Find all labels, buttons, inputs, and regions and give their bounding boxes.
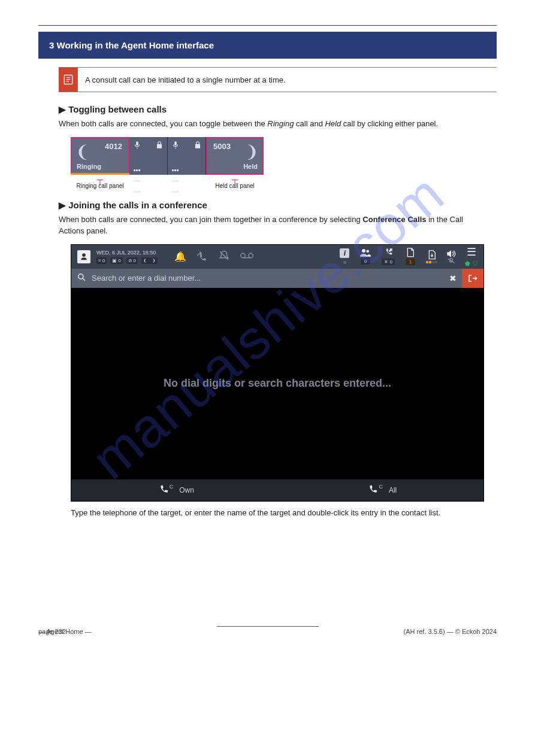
ringing-call-panel[interactable]: ❨ 4012 Ringing <box>71 137 129 175</box>
counter-calls: ❨ ❩ <box>141 257 158 264</box>
contacts-tile[interactable]: 0 <box>358 247 373 266</box>
calls-tile[interactable]: ✕ 0 <box>380 247 397 266</box>
handset-icon: ❨ <box>75 142 89 162</box>
heart-icon: ♡ <box>472 260 478 268</box>
shield-ok-icon: ⬟ <box>465 260 470 267</box>
exit-button[interactable] <box>462 269 483 288</box>
call-panel-strip: ❨ 4012 Ringing 5003 ❨ Held <box>71 137 497 175</box>
document-arrow-icon <box>428 250 436 260</box>
status-dots <box>426 261 437 263</box>
panel-label-row: ┬ Ringing call panel ┬ Held call panel <box>71 177 497 189</box>
empty-state: No dial digits or search characters ente… <box>71 288 483 479</box>
app-screenshot: WED, 6 JUL 2022, 16:50 ≡ 0 ▣ 0 ⊘ 0 ❨ ❩ 🔔 <box>71 244 484 502</box>
pointer-icon: ┬ <box>206 177 264 183</box>
held-number: 5003 <box>213 142 231 151</box>
call-own-label: Own <box>179 486 194 494</box>
body-toggle: When both calls are connected, you can t… <box>59 119 485 130</box>
volume-tile[interactable] <box>446 250 456 264</box>
mic-icon[interactable] <box>171 141 180 149</box>
body-conference: When both calls are connected, you can j… <box>59 214 485 237</box>
toggle-text-2: call and <box>296 119 325 128</box>
note-callout: A consult call can be initiated to a sin… <box>59 67 497 92</box>
conf-text-1: When both calls are connected, you can j… <box>59 215 362 224</box>
avatar[interactable] <box>77 250 90 263</box>
contacts-icon <box>360 248 371 257</box>
footer-page: page 232 <box>38 628 66 635</box>
lock-icon[interactable] <box>194 141 202 149</box>
svg-point-5 <box>240 253 244 257</box>
status-counters: ≡ 0 ▣ 0 ⊘ 0 ❨ ❩ <box>96 257 158 264</box>
ringing-status: Ringing <box>77 163 123 170</box>
note-document-icon <box>62 74 74 86</box>
clear-icon[interactable]: ✖ <box>444 274 462 283</box>
note-icon-cell <box>59 68 78 92</box>
mic-off-small-icon <box>447 258 455 264</box>
section-banner: 3 Working in the Agent Home interface <box>38 32 497 59</box>
pointer-icon: ┬ <box>71 177 129 183</box>
heading-conference: ▶ Joining the calls in a conference <box>59 200 497 211</box>
held-call-panel[interactable]: 5003 ❨ Held <box>206 137 264 175</box>
counter-b: ▣ 0 <box>110 257 122 264</box>
user-icon <box>80 253 88 261</box>
bell-off-icon[interactable] <box>219 250 229 263</box>
call-all-label: All <box>389 486 397 494</box>
app-topbar: WED, 6 JUL 2022, 16:50 ≡ 0 ▣ 0 ⊘ 0 ❨ ❩ 🔔 <box>71 245 483 269</box>
ringing-number: 4012 <box>105 142 122 151</box>
svg-point-6 <box>249 253 253 257</box>
svg-line-13 <box>83 278 85 281</box>
counter-a: ≡ 0 <box>96 257 107 264</box>
label-held: ┬ Held call panel <box>206 177 264 189</box>
toggle-text-1: When both calls are connected, you can t… <box>59 119 267 128</box>
file-badge: 1 <box>406 259 415 265</box>
contacts-badge: 0 <box>361 258 370 265</box>
term-ringing: Ringing <box>267 119 294 128</box>
transfer-icon[interactable] <box>197 250 208 263</box>
svg-point-8 <box>362 249 365 253</box>
toggle-text-3: call by clicking either panel. <box>343 119 438 128</box>
page-footer: page 232 — Agent Home — (AH ref. 3.5.6) … <box>38 626 497 635</box>
bottom-bar: C Own C All <box>71 479 483 501</box>
panel-controls-2 <box>168 137 206 175</box>
footer-copyright: (AH ref. 3.5.6) — © Eckoh 2024 <box>404 628 497 635</box>
lock-icon[interactable] <box>155 141 164 149</box>
search-bar: ✖ <box>71 269 483 288</box>
info-tile[interactable]: i ≡ <box>338 247 351 266</box>
phone-c-icon <box>367 485 377 495</box>
handset-icon: ❨ <box>245 142 259 162</box>
instruction-text: Type the telephone of the target, or ent… <box>71 508 485 519</box>
label-ringing: ┬ Ringing call panel <box>71 177 129 189</box>
top-rule <box>38 25 497 26</box>
health-icons: ⬟ ♡ <box>465 260 478 268</box>
empty-message: No dial digits or search characters ente… <box>164 377 391 390</box>
conf-link-text: Conference Calls <box>362 215 426 224</box>
call-own-button[interactable]: C Own <box>158 485 194 495</box>
keypad-icon[interactable] <box>133 163 141 171</box>
datetime-text: WED, 6 JUL 2022, 16:50 <box>96 250 158 256</box>
phone-outgoing-icon <box>383 248 393 257</box>
heading-toggle: ▶ Toggling between calls <box>59 104 497 115</box>
document-icon <box>406 248 415 257</box>
svg-point-9 <box>367 250 370 253</box>
voicemail-icon[interactable] <box>240 251 253 262</box>
term-held: Held <box>325 119 341 128</box>
file-tile[interactable]: 1 <box>404 247 417 266</box>
phone-c-icon <box>158 485 168 495</box>
mic-icon[interactable] <box>133 141 141 149</box>
info-sub-icon: ≡ <box>343 259 346 265</box>
bell-icon[interactable]: 🔔 <box>174 251 186 262</box>
file2-tile[interactable] <box>424 249 439 265</box>
note-text: A consult call can be initiated to a sin… <box>78 69 293 90</box>
search-icon[interactable] <box>71 273 92 283</box>
calls-badge: ✕ 0 <box>382 259 395 265</box>
info-icon: i <box>340 248 349 258</box>
call-all-button[interactable]: C All <box>367 485 397 495</box>
panel-controls-1 <box>129 137 168 175</box>
held-status: Held <box>212 163 258 170</box>
counter-c: ⊘ 0 <box>126 257 138 264</box>
keypad-icon[interactable] <box>171 163 179 171</box>
speaker-icon <box>446 250 456 258</box>
svg-point-12 <box>78 274 83 279</box>
hamburger-icon[interactable]: ☰ <box>463 245 480 259</box>
search-input[interactable] <box>92 274 444 283</box>
